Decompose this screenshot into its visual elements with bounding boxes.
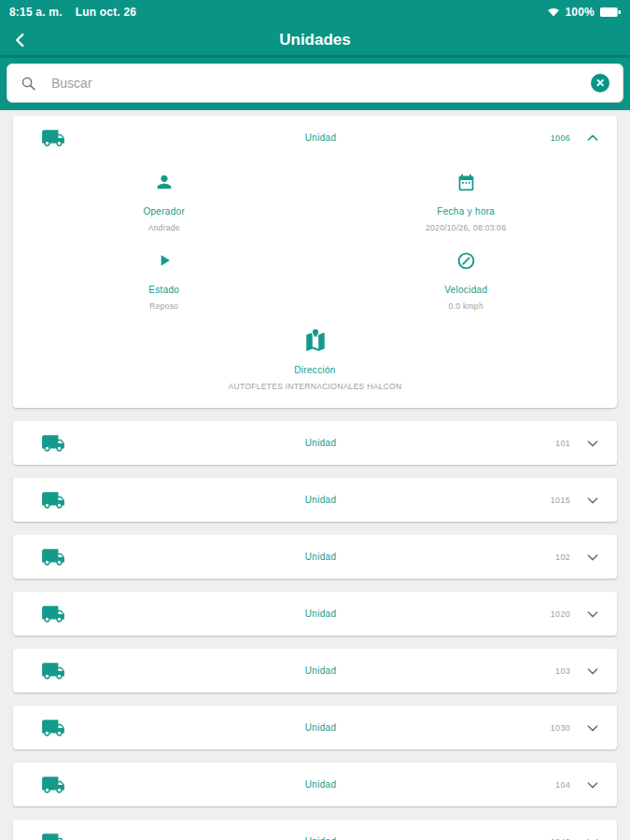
- unit-card[interactable]: Unidad 1020: [13, 592, 617, 636]
- truck-icon: [41, 716, 65, 740]
- detail-value: 0.0 kmph: [449, 301, 483, 311]
- calendar-icon: [456, 173, 476, 192]
- clock-text: 8:15 a. m.: [9, 6, 63, 19]
- play-icon: [155, 251, 174, 270]
- truck-icon: [41, 431, 65, 455]
- truck-icon: [41, 830, 65, 840]
- unit-label: Unidad: [97, 779, 544, 790]
- unit-card-expanded: Unidad 1006 Operador Andrade: [13, 116, 617, 408]
- truck-icon: [41, 488, 65, 512]
- unit-number: 1006: [551, 133, 570, 143]
- chevron-down-icon[interactable]: [585, 777, 600, 792]
- unit-label: Unidad: [97, 722, 544, 733]
- unit-details: Operador Andrade Fecha y hora 2020/10/26…: [13, 160, 617, 408]
- units-list: Unidad 1006 Operador Andrade: [0, 110, 630, 840]
- truck-icon: [41, 126, 65, 150]
- chevron-down-icon[interactable]: [585, 493, 600, 508]
- detail-label: Dirección: [294, 365, 335, 375]
- detail-value: Reposo: [149, 301, 178, 311]
- date-text: Lun oct. 26: [76, 6, 137, 19]
- speed-gauge-icon: [456, 251, 476, 271]
- detail-operador: Operador Andrade: [13, 163, 315, 242]
- unit-card[interactable]: Unidad 101: [13, 421, 617, 465]
- units-app-screen: 8:15 a. m. Lun oct. 26 100% Unidades ✕ U…: [0, 0, 630, 840]
- detail-direccion: Dirección AUTOFLETES INTERNACIONALES HAL…: [13, 320, 617, 391]
- unit-label: Unidad: [97, 665, 544, 676]
- detail-velocidad: Velocidad 0.0 kmph: [315, 242, 618, 320]
- search-section: ✕: [0, 58, 630, 110]
- detail-value: Andrade: [148, 223, 180, 232]
- app-bar: Unidades: [0, 24, 630, 58]
- detail-estado: Estado Reposo: [13, 242, 315, 320]
- status-bar: 8:15 a. m. Lun oct. 26 100%: [0, 0, 630, 24]
- person-icon: [154, 172, 175, 192]
- detail-label: Velocidad: [444, 285, 487, 295]
- unit-card[interactable]: Unidad 104: [13, 763, 617, 806]
- unit-card[interactable]: Unidad 103: [13, 649, 617, 693]
- chevron-down-icon[interactable]: [585, 550, 600, 565]
- chevron-down-icon[interactable]: [585, 721, 600, 735]
- unit-number: 1030: [551, 723, 570, 733]
- battery-percent: 100%: [566, 6, 595, 19]
- unit-label: Unidad: [97, 836, 544, 840]
- chevron-down-icon[interactable]: [585, 607, 600, 622]
- unit-number: 103: [555, 666, 570, 676]
- unit-label: Unidad: [97, 133, 544, 143]
- detail-label: Estado: [148, 285, 179, 295]
- unit-row-header[interactable]: Unidad 1006: [13, 116, 617, 160]
- chevron-down-icon[interactable]: [585, 834, 600, 840]
- unit-number: 1040: [551, 837, 570, 840]
- search-input[interactable]: [51, 76, 591, 91]
- detail-fecha-hora: Fecha y hora 2020/10/26, 08:03:06: [315, 163, 618, 242]
- unit-card[interactable]: Unidad 1015: [13, 478, 617, 522]
- page-title: Unidades: [0, 31, 630, 49]
- truck-icon: [41, 602, 65, 626]
- detail-label: Fecha y hora: [437, 206, 495, 217]
- detail-label: Operador: [143, 206, 185, 217]
- chevron-up-icon[interactable]: [585, 131, 600, 146]
- unit-card[interactable]: Unidad 1030: [13, 706, 617, 749]
- wifi-icon: [547, 7, 560, 18]
- unit-number: 1020: [551, 609, 570, 619]
- unit-label: Unidad: [97, 552, 544, 562]
- truck-icon: [41, 773, 65, 797]
- unit-number: 101: [555, 439, 570, 448]
- battery-icon: [600, 7, 621, 18]
- detail-value: 2020/10/26, 08:03:06: [426, 223, 506, 232]
- truck-icon: [41, 659, 65, 683]
- detail-value: AUTOFLETES INTERNACIONALES HALCON: [229, 382, 402, 391]
- map-pin-icon: [303, 328, 328, 352]
- unit-label: Unidad: [97, 495, 544, 505]
- search-box: ✕: [7, 63, 623, 103]
- clear-search-button[interactable]: ✕: [591, 74, 609, 92]
- truck-icon: [41, 545, 65, 569]
- search-icon: [21, 76, 36, 91]
- unit-label: Unidad: [97, 609, 544, 619]
- unit-number: 102: [555, 553, 570, 562]
- chevron-down-icon[interactable]: [585, 436, 600, 451]
- chevron-down-icon[interactable]: [585, 664, 600, 679]
- unit-number: 104: [555, 780, 570, 790]
- unit-card[interactable]: Unidad 102: [13, 535, 617, 579]
- unit-label: Unidad: [97, 438, 544, 448]
- unit-number: 1015: [551, 496, 570, 505]
- unit-card[interactable]: Unidad 1040: [13, 819, 617, 840]
